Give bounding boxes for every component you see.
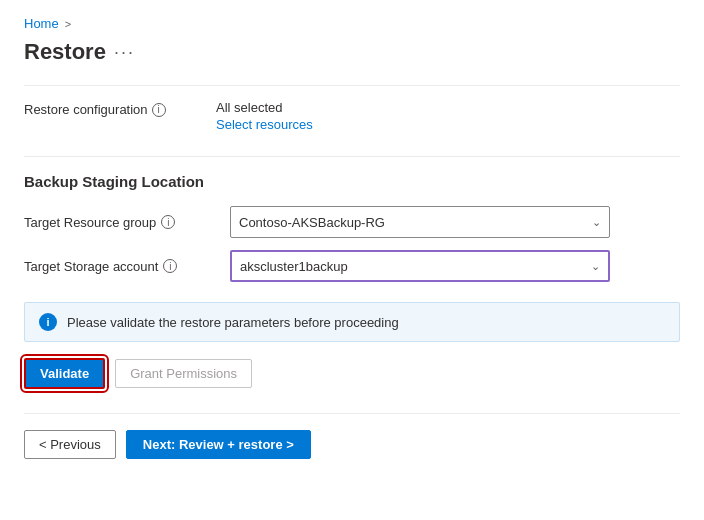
breadcrumb-separator: > bbox=[65, 18, 71, 30]
page-title: Restore bbox=[24, 39, 106, 65]
restore-config-text: Restore configuration bbox=[24, 102, 148, 117]
page-container: Home > Restore ··· Restore configuration… bbox=[0, 0, 704, 475]
target-rg-label-text: Target Resource group bbox=[24, 215, 156, 230]
info-banner-text: Please validate the restore parameters b… bbox=[67, 315, 399, 330]
target-storage-value: akscluster1backup bbox=[240, 259, 348, 274]
breadcrumb: Home > bbox=[24, 16, 680, 31]
page-header: Restore ··· bbox=[24, 39, 680, 65]
restore-config-value: All selected Select resources bbox=[216, 100, 313, 132]
form-section: Backup Staging Location Target Resource … bbox=[24, 173, 680, 282]
section-title: Backup Staging Location bbox=[24, 173, 680, 190]
info-banner-icon: i bbox=[39, 313, 57, 331]
select-resources-link[interactable]: Select resources bbox=[216, 117, 313, 132]
target-storage-account-row: Target Storage account i akscluster1back… bbox=[24, 250, 680, 282]
all-selected-text: All selected bbox=[216, 100, 313, 115]
target-resource-group-dropdown[interactable]: Contoso-AKSBackup-RG ⌄ bbox=[230, 206, 610, 238]
target-rg-dropdown-arrow: ⌄ bbox=[592, 216, 601, 229]
info-banner: i Please validate the restore parameters… bbox=[24, 302, 680, 342]
validate-button[interactable]: Validate bbox=[24, 358, 105, 389]
backup-staging-section: Backup Staging Location Target Resource … bbox=[24, 156, 680, 282]
more-options-icon[interactable]: ··· bbox=[114, 43, 135, 61]
target-storage-info-icon[interactable]: i bbox=[163, 259, 177, 273]
target-rg-info-icon[interactable]: i bbox=[161, 215, 175, 229]
breadcrumb-home[interactable]: Home bbox=[24, 16, 59, 31]
grant-permissions-button: Grant Permissions bbox=[115, 359, 252, 388]
target-storage-account-dropdown[interactable]: akscluster1backup ⌄ bbox=[230, 250, 610, 282]
divider bbox=[24, 413, 680, 414]
target-storage-account-label: Target Storage account i bbox=[24, 259, 214, 274]
nav-buttons: < Previous Next: Review + restore > bbox=[24, 430, 680, 459]
restore-config-info-icon[interactable]: i bbox=[152, 103, 166, 117]
next-button[interactable]: Next: Review + restore > bbox=[126, 430, 311, 459]
target-rg-value: Contoso-AKSBackup-RG bbox=[239, 215, 385, 230]
target-storage-label-text: Target Storage account bbox=[24, 259, 158, 274]
restore-config-label: Restore configuration i bbox=[24, 100, 204, 117]
restore-config-row: Restore configuration i All selected Sel… bbox=[24, 85, 680, 132]
action-buttons: Validate Grant Permissions bbox=[24, 358, 680, 389]
target-storage-dropdown-arrow: ⌄ bbox=[591, 260, 600, 273]
previous-button[interactable]: < Previous bbox=[24, 430, 116, 459]
target-resource-group-label: Target Resource group i bbox=[24, 215, 214, 230]
target-resource-group-row: Target Resource group i Contoso-AKSBacku… bbox=[24, 206, 680, 238]
